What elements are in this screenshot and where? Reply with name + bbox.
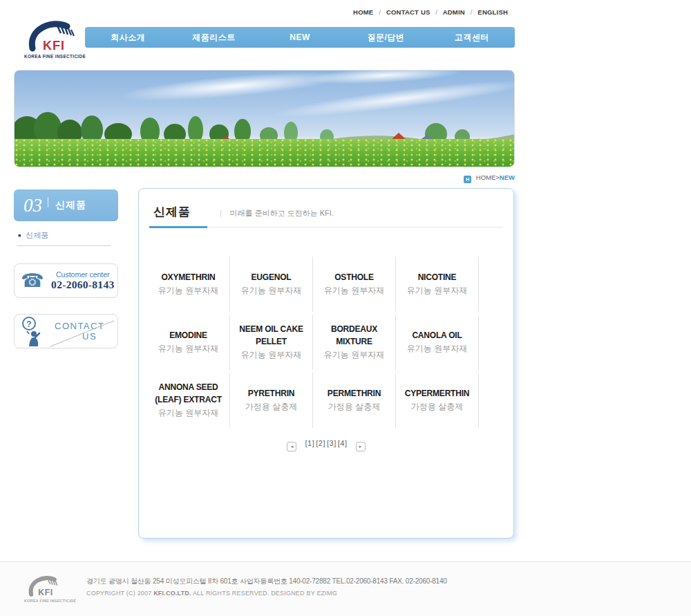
product-name: CYPERMERTHIN [405, 388, 470, 400]
product-category: 유기농 원부자재 [407, 342, 467, 355]
product-name: PYRETHRIN [248, 388, 295, 400]
next-page-icon: ► [359, 445, 363, 449]
kfi-logo[interactable]: KFI KOREA FINE INSECTICIDE [24, 18, 84, 59]
product-name: OXYMETHRIN [161, 272, 215, 283]
sidebar-item-label: 신제품 [26, 231, 48, 239]
subtitle-separator: | [220, 209, 222, 217]
phone-icon: ☎ [21, 272, 44, 290]
product-cell[interactable]: EUGENOL 유기농 원부자재 [230, 256, 313, 312]
product-cell[interactable]: CYPERMERTHIN 가정용 살충제 [396, 373, 479, 428]
contact-us-label-line1: CONTACT [55, 321, 104, 331]
footer: KFI KOREA FINE INSECTICIDE 경기도 광명시 철산동 2… [0, 561, 691, 616]
product-cell[interactable]: OSTHOLE 유기농 원부자재 [313, 256, 396, 312]
next-page-button[interactable]: ► [356, 442, 366, 451]
product-name: NICOTINE [418, 272, 457, 283]
breadcrumb-current: NEW [500, 174, 515, 181]
product-category: 유기농 원부자재 [241, 284, 301, 297]
product-category: 가정용 살충제 [245, 400, 297, 413]
nav-item-products[interactable]: 제품리스트 [171, 32, 256, 44]
breadcrumb-home[interactable]: HOME [476, 174, 496, 181]
product-cell[interactable]: NICOTINE 유기농 원부자재 [396, 256, 479, 312]
svg-text:?: ? [26, 319, 31, 329]
footer-copyright: COPYRIGHT (C) 2007 KFI.CO.LTD. ALL RIGHT… [86, 590, 447, 597]
product-cell[interactable]: BORDEAUX MIXTURE 유기농 원부자재 [313, 315, 396, 370]
product-category: 유기농 원부자재 [324, 284, 384, 297]
product-name: NEEM OIL CAKE PELLET [234, 324, 308, 348]
product-category: 가정용 살충제 [328, 400, 380, 413]
content-title-block: 신제품|미래를 준비하고 도전하는 KFI. [149, 204, 503, 227]
util-separator: / [379, 8, 381, 16]
util-link-contact-us[interactable]: CONTACT US [386, 8, 430, 16]
sidebar-item-new-products[interactable]: ■ 신제품 [17, 230, 111, 246]
logo-caption: KOREA FINE INSECTICIDE [24, 54, 84, 59]
bullet-icon: ■ [18, 233, 21, 238]
content-panel: 신제품|미래를 준비하고 도전하는 KFI. OXYMETHRIN 유기농 원부… [138, 188, 514, 539]
hero-image [14, 70, 515, 167]
hero-meadow [15, 139, 514, 167]
product-cell[interactable]: NEEM OIL CAKE PELLET 유기농 원부자재 [230, 315, 313, 370]
sidebar-section-header: 03 신제품 [14, 189, 118, 221]
section-title: 신제품 [55, 199, 86, 212]
header: HOME / CONTACT US / ADMIN / ENGLISH KFI … [14, 0, 515, 70]
customer-center-phone: 02-2060-8143 [48, 279, 117, 291]
breadcrumb: H HOME>NEW [14, 167, 515, 188]
product-category: 유기농 원부자재 [324, 348, 384, 361]
nav-item-company[interactable]: 회사소개 [85, 32, 171, 44]
pagination: ◄ [1][2][3][4] ► [139, 439, 513, 451]
product-category: 유기농 원부자재 [158, 407, 218, 419]
product-cell[interactable]: PERMETHRIN 가정용 살충제 [313, 373, 396, 428]
product-category: 가정용 살충제 [411, 400, 463, 413]
footer-address: 경기도 광명시 철산동 254 미성오피스텔 II차 601호 사업자등록번호 … [86, 577, 447, 586]
util-link-admin[interactable]: ADMIN [443, 8, 465, 16]
svg-text:KFI: KFI [43, 39, 65, 53]
product-category: 유기농 원부자재 [158, 284, 218, 297]
customer-center-label: Customer center [48, 270, 117, 279]
section-number: 03 [23, 195, 42, 216]
product-name: ANNONA SEED (LEAF) EXTRACT [151, 382, 225, 406]
footer-logo: KFI KOREA FINE INSECTICIDE [24, 574, 67, 603]
footer-logo-icon: KFI [26, 574, 66, 597]
page-link-3[interactable]: [3] [327, 439, 337, 447]
prev-page-button[interactable]: ◄ [287, 442, 296, 451]
page-title: 신제품 [153, 204, 191, 220]
product-grid: OXYMETHRIN 유기농 원부자재 EUGENOL 유기농 원부자재 OST… [147, 256, 480, 428]
product-name: EMODINE [169, 330, 207, 342]
product-cell[interactable]: PYRETHRIN 가정용 살충제 [230, 373, 313, 428]
util-link-home[interactable]: HOME [353, 8, 373, 16]
page-subtitle: |미래를 준비하고 도전하는 KFI. [220, 209, 334, 217]
nav-item-new[interactable]: NEW [257, 32, 343, 42]
footer-logo-caption: KOREA FINE INSECTICIDE [24, 599, 67, 603]
customer-center-box: ☎ Customer center 02-2060-8143 [14, 263, 118, 298]
product-name: EUGENOL [252, 272, 292, 283]
product-cell[interactable]: CANOLA OIL 유기농 원부자재 [396, 315, 479, 370]
home-icon[interactable]: H [464, 176, 471, 183]
nav-item-qna[interactable]: 질문/답변 [343, 32, 428, 44]
product-cell[interactable]: ANNONA SEED (LEAF) EXTRACT 유기농 원부자재 [147, 373, 230, 428]
question-person-icon: ? [19, 316, 42, 346]
utility-nav: HOME / CONTACT US / ADMIN / ENGLISH [353, 8, 508, 16]
divider [48, 197, 48, 207]
product-cell[interactable]: EMODINE 유기농 원부자재 [147, 315, 230, 370]
kfi-logo-icon: KFI [24, 18, 84, 53]
main-nav: 회사소개 제품리스트 NEW 질문/답변 고객센터 [85, 27, 515, 48]
product-name: CANOLA OIL [412, 330, 462, 342]
util-separator: / [471, 8, 473, 16]
prev-page-icon: ◄ [290, 445, 294, 449]
product-category: 유기농 원부자재 [241, 348, 301, 361]
product-category: 유기농 원부자재 [158, 342, 218, 355]
product-name: BORDEAUX MIXTURE [317, 324, 391, 348]
page-link-4[interactable]: [4] [338, 439, 348, 447]
contact-us-box[interactable]: ? CONTACT US [14, 314, 118, 348]
product-name: OSTHOLE [334, 272, 374, 283]
svg-text:KFI: KFI [38, 588, 53, 597]
sidebar: 03 신제품 ■ 신제품 ☎ Customer center 02-2060-8… [14, 188, 118, 539]
product-category: 유기농 원부자재 [407, 284, 467, 297]
product-cell[interactable]: OXYMETHRIN 유기농 원부자재 [147, 256, 230, 312]
title-underline [149, 226, 207, 228]
nav-item-customer-center[interactable]: 고객센터 [429, 32, 515, 44]
page-link-2[interactable]: [2] [316, 439, 325, 447]
page-link-1[interactable]: [1] [305, 439, 315, 447]
product-name: PERMETHRIN [328, 388, 381, 400]
util-separator: / [435, 8, 437, 16]
util-link-english[interactable]: ENGLISH [477, 8, 508, 16]
